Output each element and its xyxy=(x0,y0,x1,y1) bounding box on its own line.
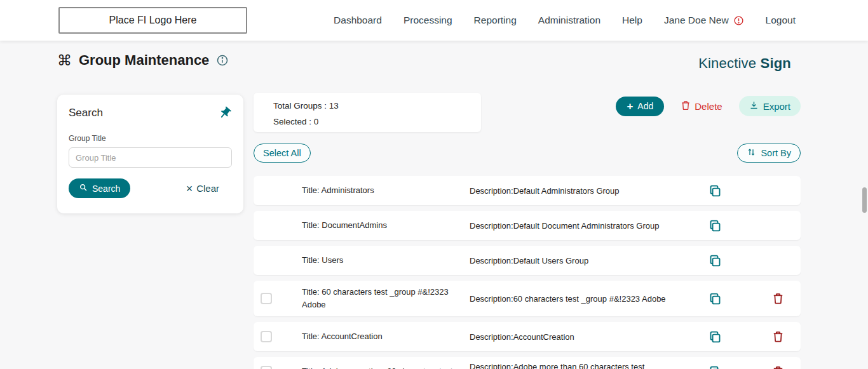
group-title: Title: 60 characters test _group #&!2323… xyxy=(298,281,470,316)
export-icon xyxy=(749,100,759,112)
nav-item-logout[interactable]: Logout xyxy=(766,15,796,26)
copy-group-icon[interactable] xyxy=(709,365,722,369)
summary-card: Total Groups : 13 Selected : 0 xyxy=(254,93,481,132)
group-description: Description:Default Administrators Group xyxy=(470,186,693,196)
add-button-label: Add xyxy=(637,101,653,111)
search-icon xyxy=(79,183,88,194)
group-row: Title: Adobe more than 60 characters tes… xyxy=(254,357,801,369)
delete-group-icon[interactable] xyxy=(772,330,801,343)
nav-item-reporting[interactable]: Reporting xyxy=(474,15,517,26)
info-icon[interactable] xyxy=(216,54,229,67)
nav-item-administration[interactable]: Administration xyxy=(538,15,600,26)
add-button[interactable]: + Add xyxy=(616,97,664,116)
user-menu[interactable]: Jane Doe New xyxy=(664,15,744,26)
total-groups-text: Total Groups : 13 xyxy=(273,98,481,114)
group-title: Title: AccountCreation xyxy=(298,325,470,348)
select-all-button[interactable]: Select All xyxy=(254,144,311,163)
group-title: Title: Administrators xyxy=(298,179,470,202)
scrollbar-thumb[interactable] xyxy=(862,187,867,213)
copy-group-icon[interactable] xyxy=(709,184,722,198)
sort-icon xyxy=(747,147,756,159)
group-maintenance-icon: ⌘ xyxy=(57,53,72,68)
pin-icon[interactable] xyxy=(218,106,232,120)
group-row: Title: Users Description:Default Users G… xyxy=(254,246,801,275)
nav-item-help[interactable]: Help xyxy=(622,15,642,26)
group-title: Title: DocumentAdmins xyxy=(298,214,470,237)
delete-group-icon[interactable] xyxy=(772,365,801,369)
search-button-label: Search xyxy=(92,184,120,194)
group-title: Title: Adobe more than 60 characters tes… xyxy=(298,360,470,369)
group-row: Title: 60 characters test _group #&!2323… xyxy=(254,281,801,316)
brand-second: Sign xyxy=(761,55,791,71)
delete-button[interactable]: Delete xyxy=(677,100,726,113)
group-title: Title: Users xyxy=(298,249,470,272)
nav-item-dashboard[interactable]: Dashboard xyxy=(334,15,382,26)
main-content: Total Groups : 13 Selected : 0 + Add Del… xyxy=(254,93,801,369)
group-description: Description:AccountCreation xyxy=(470,332,693,342)
clear-button-label: Clear xyxy=(196,183,219,194)
group-description: Description:Default Users Group xyxy=(470,256,693,265)
select-all-label: Select All xyxy=(263,148,301,158)
copy-group-icon[interactable] xyxy=(709,219,722,232)
sort-by-button[interactable]: Sort By xyxy=(737,144,801,163)
fi-logo-placeholder: Place FI Logo Here xyxy=(58,7,247,34)
page-header: ⌘ Group Maintenance xyxy=(57,52,229,69)
group-title-input[interactable] xyxy=(69,147,232,168)
nav-item-processing[interactable]: Processing xyxy=(403,15,452,26)
group-title-label: Group Title xyxy=(69,134,232,143)
page-title: Group Maintenance xyxy=(79,52,209,69)
brand-logo: Kinective Sign xyxy=(698,55,791,72)
brand-first: Kinective xyxy=(698,55,756,71)
delete-icon xyxy=(681,100,691,112)
selected-count-text: Selected : 0 xyxy=(273,114,481,130)
group-list: Title: Administrators Description:Defaul… xyxy=(254,176,801,369)
group-description: Description:Default Document Administrat… xyxy=(470,221,693,231)
copy-group-icon[interactable] xyxy=(709,254,722,267)
action-buttons: + Add Delete xyxy=(616,96,801,116)
delete-button-label: Delete xyxy=(695,101,722,112)
search-button[interactable]: Search xyxy=(69,178,130,198)
copy-group-icon[interactable] xyxy=(709,292,722,305)
copy-group-icon[interactable] xyxy=(709,330,722,344)
nav-links: Dashboard Processing Reporting Administr… xyxy=(334,15,796,26)
user-name: Jane Doe New xyxy=(664,15,729,26)
fi-logo-text: Place FI Logo Here xyxy=(109,15,197,26)
search-panel-title: Search xyxy=(69,107,103,119)
export-button-label: Export xyxy=(763,101,790,112)
group-row: Title: Administrators Description:Defaul… xyxy=(254,176,801,205)
user-alert-icon xyxy=(733,15,744,26)
group-checkbox[interactable] xyxy=(261,366,272,369)
group-checkbox[interactable] xyxy=(261,331,272,342)
search-panel: Search Group Title Search × Clear xyxy=(57,95,243,213)
group-checkbox[interactable] xyxy=(261,293,272,304)
clear-x-icon: × xyxy=(186,183,193,194)
clear-button[interactable]: × Clear xyxy=(182,182,223,195)
delete-group-icon[interactable] xyxy=(772,292,801,305)
group-description: Description:60 characters test _group #&… xyxy=(470,294,693,304)
group-row: Title: DocumentAdmins Description:Defaul… xyxy=(254,211,801,240)
group-row: Title: AccountCreation Description:Accou… xyxy=(254,322,801,351)
sort-by-label: Sort By xyxy=(761,148,791,158)
export-button[interactable]: Export xyxy=(739,96,801,116)
plus-icon: + xyxy=(627,101,633,112)
top-navbar: Place FI Logo Here Dashboard Processing … xyxy=(0,0,868,41)
group-description: Description:Adobe more than 60 character… xyxy=(470,362,693,369)
